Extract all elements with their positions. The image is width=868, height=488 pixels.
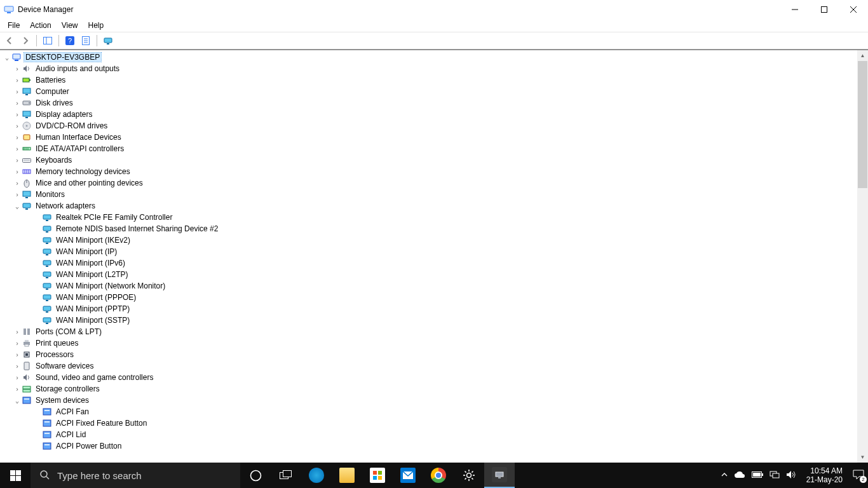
tree-category[interactable]: ›Disk drives bbox=[0, 97, 857, 109]
tree-item-label: Keyboards bbox=[34, 156, 73, 165]
cortana-button[interactable] bbox=[240, 463, 271, 488]
svg-rect-71 bbox=[25, 353, 28, 356]
maximize-button[interactable] bbox=[810, 0, 839, 19]
tree-device[interactable]: WAN Miniport (L2TP) bbox=[0, 269, 857, 280]
taskbar-search[interactable]: Type here to search bbox=[31, 463, 240, 488]
tree-device[interactable]: ACPI Lid bbox=[0, 429, 857, 440]
tree-category[interactable]: ›Monitors bbox=[0, 189, 857, 200]
expand-icon[interactable]: › bbox=[13, 191, 22, 198]
collapse-icon[interactable]: ⌄ bbox=[13, 203, 22, 210]
scan-hardware-button[interactable] bbox=[101, 34, 115, 48]
expand-icon[interactable]: › bbox=[13, 77, 22, 84]
menu-file[interactable]: File bbox=[3, 20, 25, 30]
expand-icon[interactable]: › bbox=[13, 386, 22, 393]
tree-category[interactable]: ›Display adapters bbox=[0, 109, 857, 120]
tree-category[interactable]: ›Human Interface Devices bbox=[0, 132, 857, 143]
menu-view[interactable]: View bbox=[57, 20, 83, 30]
tree-device[interactable]: Remote NDIS based Internet Sharing Devic… bbox=[0, 223, 857, 234]
tray-chevron-icon[interactable] bbox=[721, 471, 728, 479]
device-tree[interactable]: ⌄DESKTOP-EV3GBEP›Audio inputs and output… bbox=[0, 50, 857, 463]
scroll-down-arrow[interactable]: ▼ bbox=[857, 452, 868, 463]
tree-device[interactable]: WAN Miniport (SSTP) bbox=[0, 315, 857, 326]
expand-icon[interactable]: › bbox=[13, 123, 22, 130]
back-button[interactable] bbox=[3, 34, 17, 48]
taskbar-app-ie[interactable] bbox=[301, 463, 332, 488]
start-button[interactable] bbox=[0, 463, 31, 488]
expand-icon[interactable]: › bbox=[13, 146, 22, 152]
taskbar-app-device-manager[interactable] bbox=[484, 463, 515, 488]
tree-category[interactable]: ⌄Network adapters bbox=[0, 200, 857, 212]
tray-clock[interactable]: 10:54 AM 21-May-20 bbox=[803, 466, 846, 485]
tree-device[interactable]: WAN Miniport (IPv6) bbox=[0, 257, 857, 269]
expand-icon[interactable]: › bbox=[13, 374, 22, 381]
expand-icon[interactable]: › bbox=[13, 351, 22, 358]
tree-device[interactable]: ACPI Power Button bbox=[0, 440, 857, 452]
tree-category[interactable]: ⌄System devices bbox=[0, 395, 857, 406]
tree-category[interactable]: ›Sound, video and game controllers bbox=[0, 372, 857, 383]
minimize-button[interactable] bbox=[780, 0, 810, 19]
collapse-icon[interactable]: ⌄ bbox=[13, 397, 22, 404]
tree-category[interactable]: ›Batteries bbox=[0, 74, 857, 86]
tray-onedrive-icon[interactable] bbox=[734, 471, 745, 480]
expand-icon[interactable]: › bbox=[13, 134, 22, 141]
tree-device[interactable]: WAN Miniport (Network Monitor) bbox=[0, 280, 857, 292]
tree-device[interactable]: WAN Miniport (PPTP) bbox=[0, 303, 857, 315]
menu-help[interactable]: Help bbox=[83, 20, 109, 30]
tree-category[interactable]: ›Keyboards bbox=[0, 154, 857, 166]
tree-item-label: WAN Miniport (PPTP) bbox=[55, 304, 131, 313]
tree-category[interactable]: ›Processors bbox=[0, 349, 857, 360]
printer-icon bbox=[22, 338, 32, 348]
tree-category[interactable]: ›IDE ATA/ATAPI controllers bbox=[0, 143, 857, 154]
taskbar-app-store[interactable] bbox=[362, 463, 393, 488]
tree-device[interactable]: WAN Miniport (IKEv2) bbox=[0, 234, 857, 246]
taskbar-app-mail[interactable] bbox=[393, 463, 423, 488]
svg-rect-0 bbox=[4, 6, 13, 11]
show-hide-tree-button[interactable] bbox=[41, 34, 55, 48]
tree-category[interactable]: ›Storage controllers bbox=[0, 383, 857, 395]
properties-button[interactable] bbox=[79, 34, 93, 48]
tree-category[interactable]: ›Audio inputs and outputs bbox=[0, 63, 857, 74]
toolbar: ? bbox=[0, 32, 868, 50]
expand-icon[interactable]: › bbox=[13, 111, 22, 118]
tree-category[interactable]: ›DVD/CD-ROM drives bbox=[0, 120, 857, 132]
tree-device[interactable]: WAN Miniport (PPPOE) bbox=[0, 292, 857, 303]
collapse-icon[interactable]: ⌄ bbox=[3, 54, 11, 61]
svg-rect-111 bbox=[762, 473, 763, 476]
taskbar-app-settings[interactable] bbox=[454, 463, 484, 488]
task-view-button[interactable] bbox=[271, 463, 301, 488]
expand-icon[interactable]: › bbox=[13, 100, 22, 107]
expand-icon[interactable]: › bbox=[13, 363, 22, 370]
action-center-button[interactable]: 2 bbox=[853, 470, 864, 481]
tray-volume-icon[interactable] bbox=[786, 470, 796, 480]
tree-category[interactable]: ›Ports (COM & LPT) bbox=[0, 326, 857, 337]
tree-device[interactable]: ACPI Fan bbox=[0, 406, 857, 417]
expand-icon[interactable]: › bbox=[13, 340, 22, 347]
tree-device[interactable]: ACPI Fixed Feature Button bbox=[0, 417, 857, 429]
tree-item-label: Memory technology devices bbox=[34, 167, 132, 176]
expand-icon[interactable]: › bbox=[13, 157, 22, 164]
menu-action[interactable]: Action bbox=[25, 20, 56, 30]
help-button[interactable]: ? bbox=[63, 34, 77, 48]
tree-category[interactable]: ›Software devices bbox=[0, 360, 857, 372]
tree-root[interactable]: ⌄DESKTOP-EV3GBEP bbox=[0, 51, 857, 63]
tree-category[interactable]: ›Print queues bbox=[0, 337, 857, 349]
expand-icon[interactable]: › bbox=[13, 88, 22, 95]
expand-icon[interactable]: › bbox=[13, 329, 22, 336]
close-button[interactable] bbox=[839, 0, 868, 19]
expand-icon[interactable]: › bbox=[13, 65, 22, 72]
tree-category[interactable]: ›Computer bbox=[0, 86, 857, 97]
tree-category[interactable]: ›Memory technology devices bbox=[0, 166, 857, 177]
taskbar-app-chrome[interactable] bbox=[423, 463, 454, 488]
scroll-up-arrow[interactable]: ▲ bbox=[857, 50, 868, 61]
vertical-scrollbar[interactable]: ▲ ▼ bbox=[857, 50, 868, 463]
tray-network-icon[interactable] bbox=[770, 470, 780, 480]
forward-button[interactable] bbox=[18, 34, 32, 48]
tree-device[interactable]: WAN Miniport (IP) bbox=[0, 246, 857, 257]
tree-device[interactable]: Realtek PCIe FE Family Controller bbox=[0, 212, 857, 223]
tree-category[interactable]: ›Mice and other pointing devices bbox=[0, 177, 857, 189]
taskbar-app-explorer[interactable] bbox=[332, 463, 362, 488]
scroll-thumb[interactable] bbox=[858, 61, 867, 188]
expand-icon[interactable]: › bbox=[13, 168, 22, 175]
tray-battery-icon[interactable] bbox=[752, 471, 763, 479]
expand-icon[interactable]: › bbox=[13, 180, 22, 187]
